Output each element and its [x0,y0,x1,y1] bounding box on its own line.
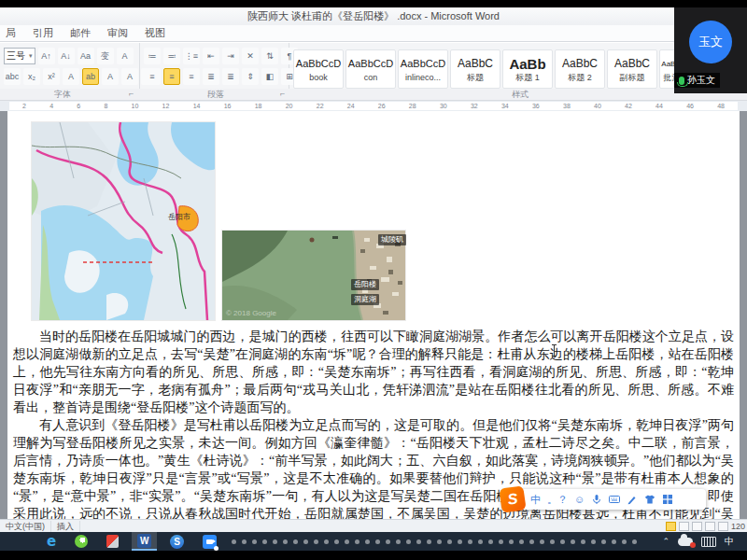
text-effects-icon[interactable]: A [63,68,79,85]
font-dialog-launcher[interactable]: ⌐ [129,89,134,98]
taskbar-360-browser-button[interactable] [69,532,93,551]
line-spacing-icon[interactable]: ⇕ [242,68,259,85]
toolbox-icon[interactable] [662,494,673,505]
ime-toolbar[interactable]: S 中 。？ ☺ [502,489,706,510]
sort-icon[interactable]: ⇅ [261,48,278,64]
tray-cloud-icon[interactable] [678,538,693,546]
shading-icon[interactable]: ◧ [261,68,278,85]
view-web-layout-button[interactable] [692,522,702,531]
skin-icon[interactable] [644,494,655,505]
view-draft-button[interactable] [718,522,728,531]
标题 1[interactable]: AaBb 标题 1 [502,49,553,89]
taskbar-dot [375,539,380,544]
con[interactable]: AaBbCcD con [345,49,396,89]
paragraph-dialog-launcher[interactable]: ⌐ [280,89,285,98]
insert-mode-indicator[interactable]: 插入 [51,521,80,533]
ruler-number: 30 [440,103,447,109]
副标题[interactable]: AaBbC 副标题 [607,49,657,89]
ruler-number: 28 [409,103,416,109]
taskbar-dot [478,539,483,544]
soft-keyboard-icon[interactable] [609,494,620,505]
zoom-level[interactable]: 120 [731,522,745,531]
strikethrough-icon[interactable]: abc [4,68,21,85]
sogou-logo-icon[interactable]: S [499,485,526,512]
ime-punctuation-toggle[interactable]: 。？ [547,493,568,507]
tray-ime-indicator[interactable]: 中 [725,535,734,548]
taskbar-word-button[interactable]: W [132,532,157,551]
shrink-font-icon[interactable]: A↓ [58,48,75,64]
inlineco...[interactable]: AaBbCcD inlineco... [398,49,448,89]
标题 2[interactable]: AaBbC 标题 2 [555,49,605,89]
ruler-number: 10 [132,103,139,109]
taskbar: e W S ⌃ 中 [0,532,747,551]
meeting-video-tile[interactable]: 玉文 孙玉文 [674,7,747,93]
ruler-number: 34 [501,103,509,109]
paragraph-1[interactable]: 当时的岳阳楼在岳阳城城门的西边，是城门的西楼，往西可以下瞰洞庭湖湖景。作者怎么可… [13,328,734,416]
subscript-icon[interactable]: x₂ [23,68,40,85]
document-page[interactable]: 岳阳市 [7,111,740,519]
ribbon: 三号 ▾ A↑A↓Aa变A abcx₂x²AabAA字 ≔≕⋮≡⇤⇥✕⇅¶ ≡≡… [0,43,747,95]
ribbon-tab[interactable]: 审阅 [106,26,130,40]
highlight-color-icon[interactable]: ab [82,68,99,85]
character-shading-icon[interactable]: A [121,68,138,85]
taskbar-dot [591,539,596,544]
view-fullscreen-button[interactable] [679,522,689,531]
superscript-icon[interactable]: x² [43,68,60,85]
taskbar-dot [560,539,565,544]
ribbon-tab[interactable]: 局 [4,26,18,40]
distribute-icon[interactable]: ≣ [222,68,239,85]
align-right-icon[interactable]: ≡ [183,68,200,85]
multilevel-list-icon[interactable]: ⋮≡ [183,48,200,64]
taskbar-sogou-button[interactable]: S [164,532,190,551]
change-case-icon[interactable]: Aa [78,48,94,64]
font-size-combo[interactable]: 三号 ▾ [4,48,35,64]
tray-expand-icon[interactable]: ⌃ [662,537,669,546]
emoji-icon[interactable]: ☺ [574,494,585,505]
ruler-number: 24 [347,103,355,109]
voice-input-icon[interactable] [591,494,602,505]
meeting-app-icon [203,535,217,549]
ribbon-tab[interactable]: 邮件 [68,26,92,40]
increase-indent-icon[interactable]: ⇥ [222,48,239,64]
phonetic-guide-icon[interactable]: 变 [97,48,114,64]
asian-layout-icon[interactable]: ✕ [242,48,259,64]
tray-keyboard-icon[interactable] [701,537,716,547]
view-outline-button[interactable] [705,522,715,531]
font-color-icon[interactable]: A [102,68,119,85]
avatar-text: 玉文 [698,34,723,50]
align-center-icon[interactable]: ≡ [163,68,180,85]
taskbar-dot [509,539,514,544]
taskbar-dot [529,539,534,544]
decrease-indent-icon[interactable]: ⇤ [203,48,219,64]
book[interactable]: AaBbCcD book [293,49,344,89]
group-labels: 字体 ⌐ 段落 ⌐ 样式 [0,89,747,101]
taskbar-dot [345,539,349,544]
taskbar-meeting-button[interactable] [197,532,222,551]
title-bar[interactable]: 陕西师大 谈杜甫的《登岳阳楼》 .docx - Microsoft Word [0,7,747,25]
ruler-number: 40 [594,103,601,109]
标题[interactable]: AaBbC 标题 [450,49,500,89]
justify-icon[interactable]: ≣ [203,68,219,85]
numbering-icon[interactable]: ≕ [163,48,180,64]
handwriting-icon[interactable] [627,494,638,505]
ruler-number: 16 [224,103,232,109]
ribbon-tab[interactable]: 视图 [143,26,167,40]
ruler-number: 2 [22,103,26,109]
notification-badge [690,542,696,548]
ribbon-tab[interactable]: 引用 [31,26,55,40]
satellite-image[interactable]: 城陵矶 岳阳楼 洞庭湖 © 2018 Google [222,231,405,320]
taskbar-edge-button[interactable]: e [41,532,62,551]
taskbar-app-button[interactable] [101,532,124,551]
map-image[interactable]: 岳阳市 [32,122,215,320]
language-indicator[interactable]: 中文(中国) [0,521,51,533]
ime-mode-toggle[interactable]: 中 [530,493,541,507]
taskbar-dot [416,539,421,544]
taskbar-dot [283,539,288,544]
align-left-icon[interactable]: ≡ [144,68,161,85]
view-print-layout-button[interactable] [666,522,676,531]
grow-font-icon[interactable]: A↑ [38,48,55,64]
taskbar-dot [406,539,411,544]
character-border-icon[interactable]: A [117,48,134,64]
satellite-label-tower: 岳阳楼 [351,279,379,290]
bullets-icon[interactable]: ≔ [144,48,161,64]
